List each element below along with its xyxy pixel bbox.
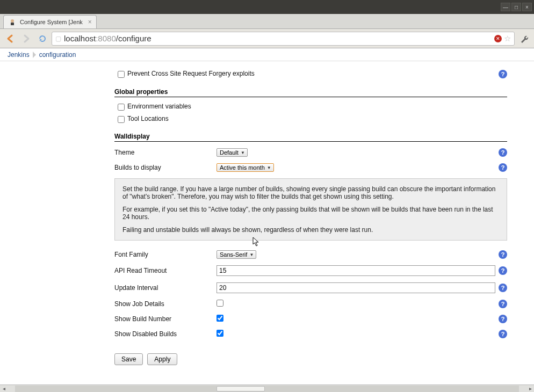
page-icon: ▢ — [55, 35, 61, 42]
form-buttons: Save Apply — [114, 353, 507, 365]
env-vars-label: Environment variables — [127, 103, 507, 110]
builds-to-display-value: Active this month — [220, 164, 265, 171]
scroll-right-arrow-icon[interactable]: ▸ — [526, 386, 534, 391]
horizontal-scrollbar[interactable]: ◂ ▸ — [0, 384, 534, 392]
url-path: /configure — [116, 34, 151, 43]
breadcrumb: Jenkins configuration — [0, 48, 534, 61]
browser-tab-strip: Configure System [Jenk × — [0, 14, 534, 29]
update-interval-label: Update Interval — [114, 284, 217, 292]
scrollbar-track[interactable] — [15, 386, 519, 392]
tool-locations-label: Tool Locations — [127, 115, 507, 122]
page-scroll-area[interactable]: Prevent Cross Site Request Forgery explo… — [0, 61, 534, 384]
help-icon[interactable]: ? — [499, 300, 507, 308]
nav-reload-button[interactable] — [35, 32, 49, 46]
url-bar[interactable]: ▢ localhost :8080 /configure ✕ ☆ — [52, 32, 515, 46]
tool-locations-row: Tool Locations — [114, 113, 507, 125]
bookmark-star-icon[interactable]: ☆ — [504, 34, 511, 43]
api-read-timeout-input[interactable] — [217, 265, 495, 276]
builds-to-display-select[interactable]: Active this month — [217, 163, 274, 172]
security-status-icon[interactable]: ✕ — [494, 35, 502, 42]
csrf-row: Prevent Cross Site Request Forgery explo… — [114, 68, 507, 81]
builds-to-display-label: Builds to display — [114, 164, 217, 171]
env-vars-row: Environment variables — [114, 100, 507, 113]
browser-toolbar: ▢ localhost :8080 /configure ✕ ☆ — [0, 29, 534, 48]
tab-close-icon[interactable]: × — [88, 18, 92, 26]
url-port: :8080 — [96, 34, 116, 43]
help-paragraph: Set the build range. If you have a large… — [122, 185, 499, 200]
save-button[interactable]: Save — [114, 353, 143, 365]
csrf-label: Prevent Cross Site Request Forgery explo… — [127, 70, 495, 77]
show-job-details-checkbox[interactable] — [217, 300, 223, 307]
show-job-details-label: Show Job Details — [114, 300, 217, 308]
help-icon[interactable]: ? — [499, 163, 507, 172]
page-content: Jenkins configuration Prevent Cross Site… — [0, 48, 534, 384]
help-icon[interactable]: ? — [499, 330, 507, 338]
help-paragraph: For example, if you set this to "Active … — [122, 206, 499, 221]
show-disabled-builds-checkbox[interactable] — [217, 330, 223, 337]
window-maximize-button[interactable]: □ — [511, 3, 521, 11]
help-icon[interactable]: ? — [499, 148, 507, 157]
update-interval-input[interactable] — [217, 282, 495, 293]
theme-label: Theme — [114, 149, 217, 156]
url-host: localhost — [64, 34, 96, 43]
breadcrumb-configuration[interactable]: configuration — [36, 51, 80, 59]
font-family-label: Font Family — [114, 251, 217, 258]
font-family-select[interactable]: Sans-Serif — [217, 250, 256, 259]
theme-select-value: Default — [220, 149, 239, 156]
browser-menu-button[interactable] — [517, 32, 531, 46]
window-close-button[interactable]: × — [522, 3, 532, 11]
builds-to-display-help: Set the build range. If you have a large… — [114, 178, 507, 241]
csrf-checkbox[interactable] — [118, 71, 125, 78]
help-icon[interactable]: ? — [499, 284, 507, 292]
nav-forward-button[interactable] — [19, 32, 33, 46]
scroll-left-arrow-icon[interactable]: ◂ — [0, 386, 8, 391]
help-icon[interactable]: ? — [499, 70, 507, 78]
show-build-number-checkbox[interactable] — [217, 315, 223, 322]
env-vars-checkbox[interactable] — [118, 104, 125, 111]
svg-rect-1 — [11, 23, 14, 25]
help-paragraph: Failing and unstable builds will always … — [122, 226, 499, 234]
window-minimize-button[interactable]: — — [501, 3, 510, 11]
font-family-value: Sans-Serif — [220, 251, 247, 258]
apply-button[interactable]: Apply — [147, 353, 177, 365]
svg-point-0 — [11, 19, 14, 23]
scrollbar-thumb[interactable] — [217, 386, 265, 391]
jenkins-favicon — [8, 18, 17, 26]
breadcrumb-jenkins[interactable]: Jenkins — [4, 51, 33, 59]
api-read-timeout-label: API Read Timeout — [114, 267, 217, 274]
tab-title: Configure System [Jenk — [20, 19, 83, 25]
window-titlebar: — □ × — [0, 0, 534, 14]
tool-locations-checkbox[interactable] — [118, 116, 125, 123]
theme-select[interactable]: Default — [217, 148, 248, 157]
global-properties-header: Global properties — [114, 88, 507, 97]
help-icon[interactable]: ? — [499, 250, 507, 259]
nav-back-button[interactable] — [3, 32, 17, 46]
help-icon[interactable]: ? — [499, 266, 507, 275]
show-disabled-builds-label: Show Disabled Builds — [114, 330, 217, 338]
browser-tab[interactable]: Configure System [Jenk × — [3, 15, 97, 28]
walldisplay-header: Walldisplay — [114, 133, 507, 142]
help-icon[interactable]: ? — [499, 315, 507, 323]
show-build-number-label: Show Build Number — [114, 315, 217, 323]
